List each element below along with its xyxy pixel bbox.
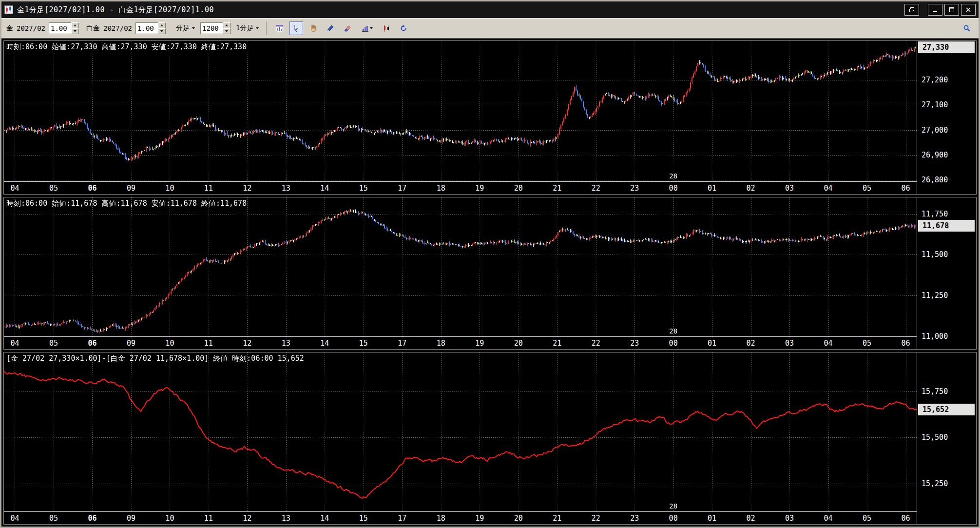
- bar-count-down-button[interactable]: [223, 28, 231, 34]
- chart-area: 時刻:06:00 始値:27,330 高値:27,330 安値:27,330 終…: [1, 39, 979, 527]
- platinum-multiplier-down-button[interactable]: [158, 28, 166, 34]
- x-axis-label: 03: [785, 339, 794, 348]
- x-axis-label: 23: [630, 339, 639, 348]
- x-axis-label: 05: [863, 184, 871, 193]
- platinum-plot: 時刻:06:00 始値:11,678 高値:11,678 安値:11,678 終…: [4, 197, 917, 349]
- window-title: 金1分足[2027/02]1.00 - 白金1分足[2027/02]1.00: [17, 5, 904, 15]
- restore-button[interactable]: [904, 4, 919, 16]
- x-axis-label: 04: [10, 184, 19, 193]
- app-icon: [4, 5, 13, 14]
- x-axis-label: 09: [127, 339, 135, 348]
- platinum-chart-canvas[interactable]: [4, 197, 917, 336]
- platinum-multiplier-up-button[interactable]: [158, 22, 166, 28]
- refresh-button[interactable]: [397, 21, 410, 35]
- platinum-contract-month: 2027/02: [103, 24, 132, 32]
- x-axis-label: 19: [475, 514, 484, 523]
- x-axis-label: 02: [747, 514, 755, 523]
- toolbar: 金 2027/02 白金 2027/02 分足: [1, 18, 979, 39]
- x-axis-label: 21: [553, 514, 561, 523]
- platinum-multiplier-input[interactable]: [135, 22, 158, 34]
- gold-x-axis: 0405060910111213141517181920212223000102…: [4, 181, 917, 194]
- gold-chart-panel: 時刻:06:00 始値:27,330 高値:27,330 安値:27,330 終…: [3, 40, 977, 195]
- x-axis-label: 21: [553, 339, 561, 348]
- date-marker: 28: [669, 172, 677, 180]
- x-axis-label: 02: [747, 339, 755, 348]
- x-axis-label: 02: [747, 184, 755, 193]
- bar-chart-icon: [362, 25, 369, 32]
- refresh-icon: [400, 24, 407, 32]
- y-axis-tick: 11,000: [922, 332, 948, 341]
- x-axis-label: 05: [863, 339, 871, 348]
- indicators-button[interactable]: [358, 21, 376, 35]
- maximize-button[interactable]: [944, 4, 959, 16]
- gold-multiplier-down-button[interactable]: [71, 28, 79, 34]
- eraser-button[interactable]: [341, 21, 354, 35]
- bar-count-spinner: [200, 22, 231, 34]
- chevron-down-icon: [256, 27, 259, 29]
- x-axis-label: 10: [165, 184, 174, 193]
- x-axis-label: 09: [127, 514, 135, 523]
- chevron-down-icon: [192, 27, 195, 29]
- interval-dropdown[interactable]: 1分足: [234, 22, 261, 34]
- y-axis-tick: 15,750: [922, 387, 948, 396]
- y-axis-tick: 27,100: [922, 100, 948, 109]
- x-axis-label: 23: [630, 514, 639, 523]
- x-axis-label: 09: [127, 184, 135, 193]
- x-axis-label: 10: [165, 339, 174, 348]
- platinum-multiplier-spinner: [135, 22, 166, 34]
- pan-tool-button[interactable]: [307, 21, 320, 35]
- gold-multiplier-spinner: [49, 22, 79, 34]
- select-tool-button[interactable]: [289, 21, 303, 35]
- x-axis-label: 22: [592, 184, 600, 193]
- gold-multiplier-up-button[interactable]: [71, 22, 79, 28]
- last-price-box: 15,652: [918, 404, 975, 415]
- date-marker: 28: [669, 327, 677, 335]
- search-button[interactable]: [960, 21, 974, 35]
- x-axis-label: 10: [165, 514, 174, 523]
- bar-count-up-button[interactable]: [223, 22, 231, 28]
- x-axis-label: 22: [592, 339, 600, 348]
- y-axis-tick: 11,500: [922, 250, 948, 259]
- spread-chart-canvas[interactable]: [4, 352, 917, 511]
- x-axis-label: 13: [282, 339, 290, 348]
- x-axis-label: 04: [824, 184, 833, 193]
- x-axis-label: 12: [243, 184, 251, 193]
- chart-window-icon: [275, 24, 284, 33]
- x-axis-label: 05: [49, 184, 58, 193]
- x-axis-label: 06: [88, 184, 96, 193]
- x-axis-label: 06: [88, 514, 96, 523]
- x-axis-label: 11: [204, 339, 213, 348]
- x-axis-label: 06: [901, 514, 910, 523]
- x-axis-label: 12: [243, 339, 251, 348]
- minimize-button[interactable]: [928, 4, 942, 16]
- x-axis-label: 13: [282, 184, 290, 193]
- y-axis-tick: 15,500: [922, 433, 948, 442]
- x-axis-label: 06: [88, 339, 96, 348]
- x-axis-label: 04: [824, 514, 833, 523]
- platinum-chart-panel: 時刻:06:00 始値:11,678 高値:11,678 安値:11,678 終…: [3, 197, 977, 350]
- title-bar[interactable]: 金1分足[2027/02]1.00 - 白金1分足[2027/02]1.00: [1, 1, 979, 18]
- gold-chart-canvas[interactable]: [4, 41, 917, 181]
- x-axis-label: 01: [708, 514, 716, 523]
- draw-line-button[interactable]: [324, 21, 337, 35]
- gold-label: 金: [6, 24, 13, 33]
- gold-plot: 時刻:06:00 始値:27,330 高値:27,330 安値:27,330 終…: [4, 41, 917, 194]
- bar-count-input[interactable]: [200, 22, 223, 34]
- x-axis-label: 15: [359, 184, 368, 193]
- gold-multiplier-input[interactable]: [49, 22, 71, 34]
- gold-y-axis: 27,20027,10027,00026,90026,80027,330: [917, 41, 976, 194]
- gold-info-text: 時刻:06:00 始値:27,330 高値:27,330 安値:27,330 終…: [6, 42, 247, 52]
- bar-type-dropdown[interactable]: 分足: [174, 22, 197, 34]
- x-axis-label: 18: [437, 184, 445, 193]
- chart-window-button[interactable]: [272, 21, 286, 35]
- last-price-box: 11,678: [918, 220, 975, 232]
- x-axis-label: 17: [398, 184, 406, 193]
- x-axis-label: 03: [785, 184, 794, 193]
- cursor-icon: [292, 24, 300, 32]
- date-marker: 28: [669, 502, 677, 510]
- x-axis-label: 22: [592, 514, 600, 523]
- x-axis-label: 04: [824, 339, 833, 348]
- candle-style-button[interactable]: [380, 21, 393, 35]
- close-button[interactable]: [961, 4, 976, 16]
- toolbar-separator: [266, 21, 267, 35]
